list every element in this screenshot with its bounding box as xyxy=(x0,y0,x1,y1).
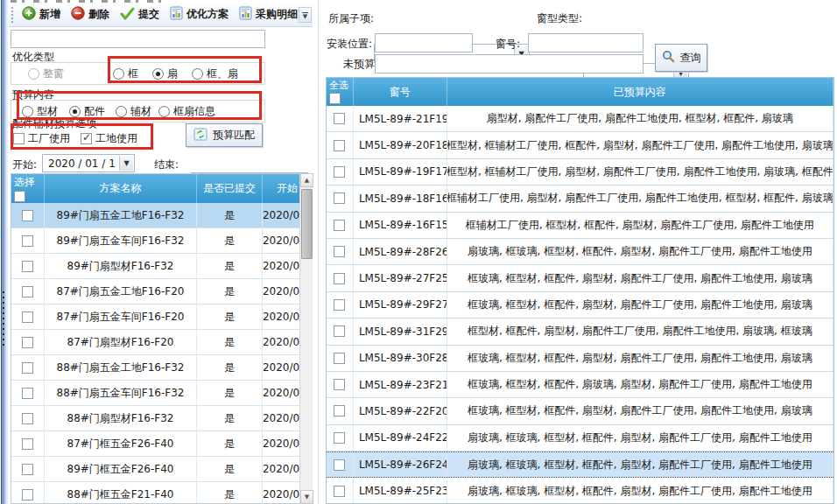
plan-table-row[interactable]: 89#门扇五金工地F16-F32 是 2020/0 xyxy=(11,203,312,228)
radio-icon xyxy=(158,106,170,117)
row-checkbox[interactable] xyxy=(334,326,345,337)
row-checkbox[interactable] xyxy=(22,489,33,500)
plan-table-scrollbar[interactable]: ▲ ▼ xyxy=(299,173,313,504)
query-button[interactable]: 查询 xyxy=(655,44,707,72)
budget-table-row[interactable]: LM5L-89#-20F18 框型材, 框辅材工厂使用, 框配件, 扇型材, 扇… xyxy=(327,132,833,158)
checkbox-site-use[interactable]: 工地使用 xyxy=(81,131,137,146)
start-date-header[interactable]: 开始 xyxy=(263,174,300,203)
row-checkbox[interactable] xyxy=(334,299,345,311)
plan-table-row[interactable]: 89#门框五金F26-F40 是 2020/0 xyxy=(11,457,312,482)
scroll-up-button[interactable]: ▲ xyxy=(300,173,313,187)
plan-table-row[interactable]: 88#门扇五金工地F16-F32 是 2020/0 xyxy=(11,355,312,381)
start-date-cell: 2020/0 xyxy=(263,279,300,304)
scroll-down-button[interactable]: ▼ xyxy=(300,490,313,504)
submitted-cell: 是 xyxy=(197,482,263,504)
start-date-cell: 2020/0 xyxy=(263,254,300,278)
row-checkbox[interactable] xyxy=(334,140,345,151)
budget-table-row[interactable]: LM5L-89#-24F22 扇玻璃, 框玻璃, 框型材, 框配件, 扇型材, … xyxy=(327,425,833,452)
row-checkbox[interactable] xyxy=(334,486,345,497)
collapsed-splitter-strip[interactable] xyxy=(0,0,8,504)
toolbar-overflow-button[interactable]: ▼ xyxy=(299,7,312,23)
start-date-cell: 2020/0 xyxy=(263,228,300,253)
row-checkbox[interactable] xyxy=(22,337,33,348)
budget-table-row[interactable]: LM5L-89#-27F25 框玻璃, 框型材, 框配件, 扇型材, 扇配件工厂… xyxy=(327,265,833,291)
date-start-picker[interactable]: 2020 / 01 / 1 ▼ xyxy=(42,154,135,172)
scrollbar-thumb[interactable] xyxy=(301,189,313,259)
plan-table-row[interactable]: 88#门扇五金车间F16-F32 是 2020/0 xyxy=(11,381,312,406)
submitted-cell: 是 xyxy=(197,381,263,405)
plan-table-row[interactable]: 89#门扇五金车间F16-F32 是 2020/0 xyxy=(11,228,312,254)
plan-table-row[interactable]: 87#门扇型材F16-F20 是 2020/0 xyxy=(11,330,312,355)
select-all-checkbox[interactable] xyxy=(329,93,341,104)
plan-name-header[interactable]: 方案名称 xyxy=(45,174,197,203)
row-checkbox[interactable] xyxy=(22,261,33,272)
chevron-down-icon[interactable]: ▼ xyxy=(119,156,133,171)
radio-frame-sash-info[interactable]: 框扇信息 xyxy=(158,104,215,119)
no-budget-input[interactable] xyxy=(375,54,644,74)
row-checkbox[interactable] xyxy=(22,388,33,399)
row-checkbox[interactable] xyxy=(22,235,33,247)
radio-frame-sash[interactable]: 框、扇 xyxy=(192,66,238,81)
row-checkbox[interactable] xyxy=(334,405,345,416)
row-checkbox[interactable] xyxy=(334,246,345,257)
row-checkbox[interactable] xyxy=(334,432,345,444)
radio-whole-window[interactable]: 整窗 xyxy=(28,66,64,81)
row-checkbox[interactable] xyxy=(22,286,33,298)
checkbox-icon xyxy=(13,133,25,144)
row-checkbox[interactable] xyxy=(334,273,345,284)
row-checkbox[interactable] xyxy=(334,459,345,471)
row-checkbox[interactable] xyxy=(22,210,33,221)
row-checkbox[interactable] xyxy=(334,113,345,124)
budget-table-row[interactable]: LM5L-89#-22F20 框玻璃, 框型材, 框配件, 扇型材, 扇配件工厂… xyxy=(327,398,833,424)
budget-match-label: 预算匹配 xyxy=(213,128,255,143)
install-position-input[interactable] xyxy=(375,33,473,52)
radio-frame[interactable]: 框 xyxy=(113,66,138,81)
row-checkbox[interactable] xyxy=(334,379,345,390)
row-checkbox[interactable] xyxy=(22,464,33,475)
submitted-header[interactable]: 是否已提交 xyxy=(197,174,263,203)
plan-table-row[interactable]: 89#门扇型材F16-F32 是 2020/0 xyxy=(11,254,312,279)
budgeted-content-cell: 框型材, 框辅材工厂使用, 框配件, 扇型材, 扇配件工厂使用, 扇配件工地使用… xyxy=(447,132,833,158)
radio-sash[interactable]: 扇 xyxy=(152,66,178,81)
plan-table-row[interactable]: 87#门框五金F26-F40 是 2020/0 xyxy=(11,431,312,457)
budget-table-row[interactable]: LM5L-89#-21F19 扇型材, 扇配件工厂使用, 扇配件工地使用, 框型… xyxy=(327,106,833,132)
budget-table-row[interactable]: LM5L-89#-23F21 框玻璃, 框型材, 框配件, 扇玻璃, 扇型材, … xyxy=(327,372,833,398)
budget-table-row[interactable]: LM5L-89#-19F17 框型材, 框辅材工厂使用, 扇型材, 扇配件工厂使… xyxy=(327,159,833,186)
row-checkbox[interactable] xyxy=(22,438,33,450)
checkbox-factory-use[interactable]: 工厂使用 xyxy=(13,131,70,146)
row-checkbox[interactable] xyxy=(334,192,345,204)
window-no-column-header[interactable]: 窗号 xyxy=(354,78,447,106)
optimize-plan-button[interactable]: 优化方案 xyxy=(165,4,234,25)
budgeted-content-header[interactable]: 已预算内容 xyxy=(447,78,833,106)
budget-table-row[interactable]: LM5L-89#-28F26 扇玻璃, 框玻璃, 框型材, 框配件, 扇型材, … xyxy=(327,239,833,265)
plan-name-cell: 89#门框五金F26-F40 xyxy=(45,457,197,481)
add-button[interactable]: 新增 xyxy=(17,4,66,25)
row-checkbox[interactable] xyxy=(334,353,345,364)
plan-table-row[interactable]: 87#门扇五金工地F16-F20 是 2020/0 xyxy=(11,279,312,304)
checkbox-icon xyxy=(81,133,92,144)
budget-table-row[interactable]: LM5L-89#-16F15 框辅材工厂使用, 框型材, 框配件, 扇型材, 扇… xyxy=(327,213,833,239)
radio-auxiliary[interactable]: 辅材 xyxy=(116,104,151,119)
row-checkbox[interactable] xyxy=(334,166,345,178)
plan-table-row[interactable]: 88#门扇型材F16-F32 是 2020/0 xyxy=(11,406,312,431)
budget-table-row[interactable]: LM5L-89#-29F27 框玻璃, 框型材, 框配件, 扇型材, 扇配件工厂… xyxy=(327,292,833,318)
delete-button[interactable]: 删除 xyxy=(66,4,115,25)
budget-table-row[interactable]: LM5L-89#-26F24 扇玻璃, 框玻璃, 框型材, 框配件, 扇型材, … xyxy=(327,452,833,478)
toolbar-grip[interactable] xyxy=(11,7,13,23)
plan-filter-input[interactable] xyxy=(11,30,265,48)
row-checkbox[interactable] xyxy=(22,413,33,424)
row-checkbox[interactable] xyxy=(22,312,33,323)
select-all-checkbox[interactable] xyxy=(14,191,25,202)
budget-table-row[interactable]: LM5L-89#-18F16 框辅材工厂使用, 扇型材, 扇配件工厂使用, 扇配… xyxy=(327,186,833,212)
window-no-input[interactable] xyxy=(528,33,644,52)
budget-table-row[interactable]: LM5L-89#-31F29 框型材, 框配件, 扇型材, 扇配件工厂使用, 扇… xyxy=(327,318,833,345)
budget-match-button[interactable]: 预算匹配 xyxy=(186,123,263,147)
plan-table-row[interactable]: 88#门框五金F21-F40 是 2020/0 xyxy=(11,482,312,504)
splitter-grip-dots xyxy=(3,291,4,347)
budget-table-row[interactable]: LM5L-89#-25F23 扇玻璃, 框玻璃, 框型材, 框配件, 扇型材, … xyxy=(327,478,833,504)
plan-table-row[interactable]: 87#门扇五金车间F16-F20 是 2020/0 xyxy=(11,304,312,330)
budget-table-row[interactable]: LM5L-89#-30F28 框玻璃, 框型材, 框配件, 扇型材, 扇配件工厂… xyxy=(327,346,833,372)
submit-button[interactable]: 提交 xyxy=(115,4,165,25)
row-checkbox[interactable] xyxy=(22,362,33,374)
row-checkbox[interactable] xyxy=(334,220,345,231)
